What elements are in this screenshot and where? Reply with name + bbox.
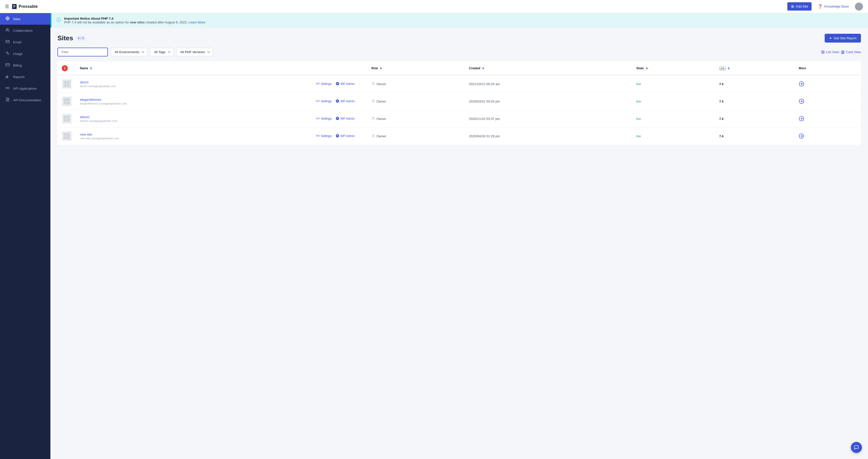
settings-button[interactable]: Settings: [316, 99, 332, 103]
site-thumbnail: [62, 113, 72, 124]
wp-icon: W: [336, 134, 339, 138]
settings-button[interactable]: Settings: [316, 117, 332, 121]
row-thumb-cell: [58, 128, 76, 145]
created-date: 2020/04/30 01:28 pm: [469, 134, 500, 138]
th-badge: 1: [58, 62, 76, 75]
table-row: divi10 divi10.mystagingwebsite.com Setti…: [58, 75, 861, 93]
site-name-link[interactable]: new-site: [80, 132, 308, 136]
svg-text:W: W: [337, 100, 339, 102]
get-report-label: Get Site Report: [834, 36, 857, 40]
sidebar-item-label: Email: [13, 40, 22, 44]
sidebar-item-reports[interactable]: Reports: [0, 71, 51, 83]
svg-rect-10: [822, 51, 823, 52]
more-button[interactable]: [799, 98, 804, 104]
api-applications-icon: [5, 86, 10, 91]
notice-learn-more-link[interactable]: Learn More: [188, 21, 205, 24]
chat-fab-button[interactable]: [851, 442, 862, 453]
get-site-report-button[interactable]: ✦ Get Site Report: [825, 34, 861, 42]
sidebar-item-label: Collaborators: [13, 29, 32, 33]
sites-table: 1 Name ⇅ Role ⇅ Created ⇅: [58, 62, 861, 145]
svg-rect-14: [841, 51, 844, 51]
sidebar-item-api-applications[interactable]: API Applications: [0, 83, 51, 94]
hamburger-icon[interactable]: ☰: [5, 4, 9, 9]
api-documentation-icon: [5, 98, 10, 102]
th-created[interactable]: Created ⇅: [465, 62, 632, 75]
notice-banner: ⓘ Important Notice About PHP 7.4 PHP 7.4…: [51, 13, 868, 28]
card-view-label: Card View: [846, 50, 861, 54]
svg-point-35: [317, 135, 318, 136]
more-button[interactable]: [799, 116, 804, 122]
row-created-cell: 2020/03/31 03:43 pm: [465, 93, 632, 110]
row-count-badge: 1: [62, 65, 68, 71]
state-sort-icon: ⇅: [646, 67, 648, 70]
sidebar-item-email[interactable]: Email: [0, 36, 51, 48]
collaborators-icon: [5, 28, 10, 33]
svg-point-26: [372, 99, 374, 101]
list-view-label: List View: [826, 50, 839, 54]
site-thumbnail: [62, 131, 72, 141]
sidebar-item-label: Reports: [13, 75, 25, 79]
php-versions-select[interactable]: All PHP Versions 7.4 8.0 8.1: [177, 48, 213, 56]
more-icon: [799, 81, 804, 87]
wp-admin-button[interactable]: W WP Admin: [336, 99, 354, 103]
row-state-cell: live: [632, 75, 715, 93]
reports-icon: [5, 74, 10, 79]
filter-input[interactable]: [58, 47, 108, 57]
wp-admin-button[interactable]: W WP Admin: [336, 117, 354, 121]
tags-select[interactable]: All Tags: [150, 48, 174, 56]
email-icon: [5, 39, 10, 44]
th-actions: [312, 62, 368, 75]
more-button[interactable]: [799, 133, 804, 139]
role-icon: [372, 82, 375, 86]
php-version: 7.4: [719, 134, 723, 138]
avatar[interactable]: [855, 2, 863, 10]
environment-select[interactable]: All Environments Live Staging: [111, 48, 147, 56]
sidebar-item-billing[interactable]: Billing: [0, 60, 51, 71]
add-site-label: Add Site: [796, 4, 808, 8]
wp-admin-button[interactable]: W WP Admin: [336, 82, 354, 86]
role-icon: [372, 99, 375, 103]
th-state[interactable]: State ⇅: [632, 62, 715, 75]
list-view-button[interactable]: List View: [821, 50, 839, 54]
row-php-cell: 7.4: [715, 75, 795, 93]
usage-icon: [5, 51, 10, 56]
svg-text:W: W: [337, 118, 339, 119]
report-icon: ✦: [829, 36, 832, 40]
sidebar-item-usage[interactable]: Usage: [0, 48, 51, 60]
view-toggle: List View Card View: [821, 50, 861, 54]
th-role[interactable]: Role ⇅: [368, 62, 465, 75]
more-button[interactable]: [799, 81, 804, 87]
row-more-cell: [795, 128, 861, 145]
th-name[interactable]: Name ⇅: [76, 62, 312, 75]
settings-button[interactable]: Settings: [316, 82, 332, 86]
name-sort-icon: ⇅: [90, 67, 92, 70]
site-name-link[interactable]: divi10: [80, 80, 308, 84]
role-label: Owner: [376, 99, 386, 103]
role-sort-icon: ⇅: [380, 67, 382, 70]
knowledge-base-button[interactable]: ❓ Knowledge Base: [817, 4, 849, 9]
row-role-cell: Owner: [368, 75, 465, 93]
wp-admin-button[interactable]: W WP Admin: [336, 134, 354, 138]
site-name-link[interactable]: elegantthemes: [80, 98, 308, 101]
row-thumb-cell: [58, 93, 76, 110]
sidebar-item-label: Billing: [13, 64, 22, 67]
sidebar-item-api-documentation[interactable]: API Documentation: [0, 94, 51, 106]
settings-icon: [316, 82, 319, 86]
site-url: elegantthemes.mystagingwebsite.com: [80, 102, 308, 105]
svg-rect-5: [7, 75, 8, 78]
th-php[interactable]: php ⇅: [715, 62, 795, 75]
th-name-label: Name: [80, 66, 88, 70]
card-view-button[interactable]: Card View: [841, 50, 861, 54]
row-thumb-cell: [58, 75, 76, 93]
state-badge: live: [637, 100, 641, 103]
sidebar-item-sites[interactable]: Sites: [0, 13, 51, 25]
svg-rect-11: [824, 51, 825, 52]
php-th-icon: php: [719, 67, 726, 70]
add-site-button[interactable]: ⊕ Add Site: [787, 2, 811, 10]
sidebar-item-collaborators[interactable]: Collaborators: [0, 25, 51, 36]
php-version: 7.4: [719, 83, 723, 86]
row-name-cell: elegantthemes elegantthemes.mystagingweb…: [76, 93, 312, 110]
logo: P Pressable: [12, 4, 38, 9]
site-name-link[interactable]: ettest1: [80, 115, 308, 119]
settings-button[interactable]: Settings: [316, 134, 332, 138]
